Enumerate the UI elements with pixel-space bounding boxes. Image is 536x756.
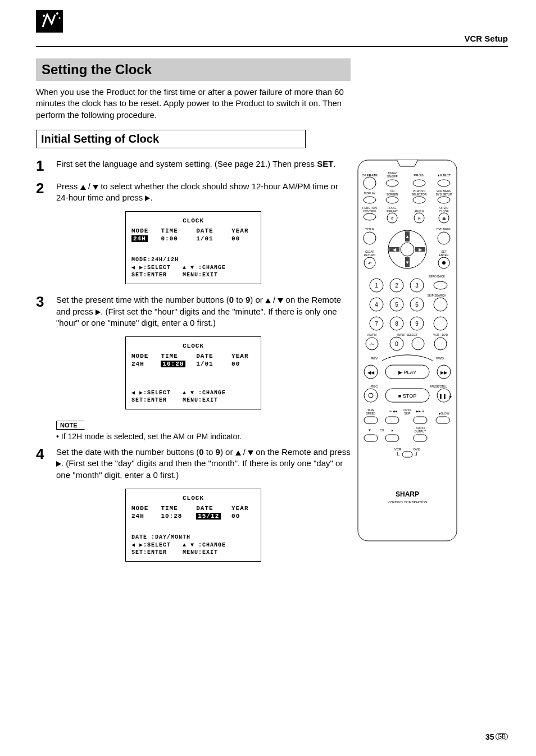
remote-control-diagram: OPERATE TIMERON/OFF PROG. ▲EJECT DISPLAY… [357, 160, 457, 544]
h-time: TIME [161, 505, 196, 512]
svg-text:CONTROL: CONTROL [363, 210, 377, 213]
svg-point-13 [438, 180, 450, 186]
svg-point-76 [434, 298, 447, 311]
svg-text:ZERO BACK: ZERO BACK [429, 275, 446, 278]
note-text: If 12H mode is selected, set the AM or P… [56, 432, 351, 441]
v-time: 10:28 [161, 361, 196, 367]
svg-text:REC: REC [371, 385, 378, 388]
step-number: 4 [36, 447, 56, 481]
text: to [234, 295, 246, 304]
f3: SET:ENTER MENU:EXIT [131, 272, 255, 278]
svg-text:▲: ▲ [390, 429, 394, 432]
svg-rect-119 [414, 417, 427, 423]
svg-text:FWD: FWD [436, 357, 444, 360]
text: . (First set the "day" digits and then t… [56, 458, 343, 479]
text: to select whether the clock should show … [56, 181, 338, 202]
step-body: Set the present time with the number but… [56, 294, 351, 329]
svg-text:1: 1 [375, 283, 378, 289]
svg-text:5: 5 [395, 302, 398, 308]
svg-text:PAUSE/STILL: PAUSE/STILL [430, 385, 448, 388]
sub-title: Initial Setting of Clock [36, 130, 306, 148]
step-3: 3 Set the present time with the number b… [36, 294, 351, 329]
step-body: First set the language and system settin… [56, 158, 351, 173]
svg-text:DVD MENU: DVD MENU [437, 227, 452, 231]
note: NOTE If 12H mode is selected, set the AM… [56, 420, 351, 441]
svg-rect-132 [402, 452, 412, 457]
svg-text:0: 0 [395, 341, 398, 347]
f2: ◀ ▶:SELECT ▲ ▼ :CHANGE [131, 389, 255, 396]
step-body: Press / to select whether the clock shou… [56, 181, 351, 204]
main-content: Setting the Clock When you use the Produ… [36, 58, 351, 572]
svg-point-11 [413, 180, 425, 186]
intro-text: When you use the Product for the first t… [36, 86, 351, 121]
key-set: SET [317, 159, 333, 168]
svg-text:ANGLE: ANGLE [415, 210, 425, 213]
svg-text:SHARP: SHARP [396, 490, 419, 498]
svg-text:4: 4 [375, 302, 378, 308]
page-title: Setting the Clock [36, 58, 351, 81]
svg-text:2: 2 [395, 283, 398, 289]
v-mode: 24H [131, 513, 161, 520]
svg-text:▶: ▶ [419, 247, 423, 252]
svg-text:TITLE: TITLE [365, 227, 374, 231]
zero: 0 [229, 295, 234, 304]
right-icon [56, 461, 61, 467]
f2: ◀ ▶:SELECT ▲ ▼ :CHANGE [131, 264, 255, 271]
osd-footer: ◀ ▶:SELECT ▲ ▼ :CHANGE SET:ENTER MENU:EX… [131, 382, 255, 403]
svg-rect-0 [36, 10, 63, 33]
remote-svg: OPERATE TIMERON/OFF PROG. ▲EJECT DISPLAY… [357, 160, 457, 541]
svg-point-42 [438, 232, 450, 244]
svg-text:SKIP: SKIP [404, 412, 411, 415]
svg-text:SCREEN: SCREEN [387, 193, 398, 196]
svg-text:CLOSE: CLOSE [439, 210, 449, 213]
right-icon [145, 195, 150, 201]
svg-text:3: 3 [415, 283, 419, 289]
section-header: VCR Setup [464, 34, 508, 43]
h-time: TIME [161, 227, 196, 234]
svg-text:▲: ▲ [405, 234, 410, 239]
svg-text:↶: ↶ [368, 261, 372, 266]
svg-point-91 [412, 338, 424, 350]
svg-text:9: 9 [415, 321, 419, 327]
nine: 9 [216, 447, 220, 457]
text: ) or [220, 447, 235, 457]
svg-text:▲EJECT: ▲EJECT [437, 174, 451, 177]
svg-point-6 [364, 177, 376, 189]
text: First set the language and system settin… [56, 159, 317, 168]
svg-point-3 [59, 17, 61, 19]
v-date: 1/01 [196, 361, 231, 367]
up-icon [265, 298, 271, 303]
svg-text:SPEED: SPEED [366, 412, 376, 415]
step-body: Set the date with the number buttons (0 … [56, 447, 351, 481]
svg-text:ENTER: ENTER [439, 253, 449, 257]
text: to [204, 447, 216, 457]
svg-point-2 [56, 12, 58, 15]
down-icon [93, 185, 98, 190]
osd-clock-time: CLOCK MODE TIME DATE YEAR 24H 10:28 1/01… [125, 336, 261, 409]
step-1: 1 First set the language and system sett… [36, 158, 351, 173]
h-date: DATE [196, 227, 231, 234]
svg-text:RETURN: RETURN [364, 253, 376, 257]
text: Set the present time with the number but… [56, 295, 229, 304]
svg-text:▼: ▼ [368, 429, 371, 432]
osd-title: CLOCK [131, 343, 255, 349]
svg-text:VCR: VCR [394, 448, 402, 451]
v-date: 1/01 [196, 235, 231, 242]
svg-point-68 [434, 281, 447, 289]
manual-page: VCR Setup Setting the Clock When you use… [0, 0, 536, 756]
svg-point-92 [434, 338, 447, 350]
osd-value-row: 24H 0:00 1/01 00 [131, 235, 255, 242]
h-year: YEAR [231, 353, 255, 359]
step-number: 1 [36, 158, 56, 173]
svg-rect-120 [436, 417, 449, 423]
svg-point-40 [364, 232, 376, 244]
f2: ◀ ▶:SELECT ▲ ▼ :CHANGE [131, 541, 255, 548]
h-mode: MODE [131, 353, 161, 359]
svg-point-103 [364, 389, 378, 402]
svg-text:DVD: DVD [414, 448, 421, 451]
svg-text:REPEAT: REPEAT [387, 210, 398, 213]
page-lang: GB [496, 733, 508, 740]
up-icon [235, 450, 241, 456]
svg-text:VCR/DVD COMBINATION: VCR/DVD COMBINATION [388, 500, 428, 504]
osd-value-row: 24H 10:28 15/12 00 [131, 513, 255, 520]
